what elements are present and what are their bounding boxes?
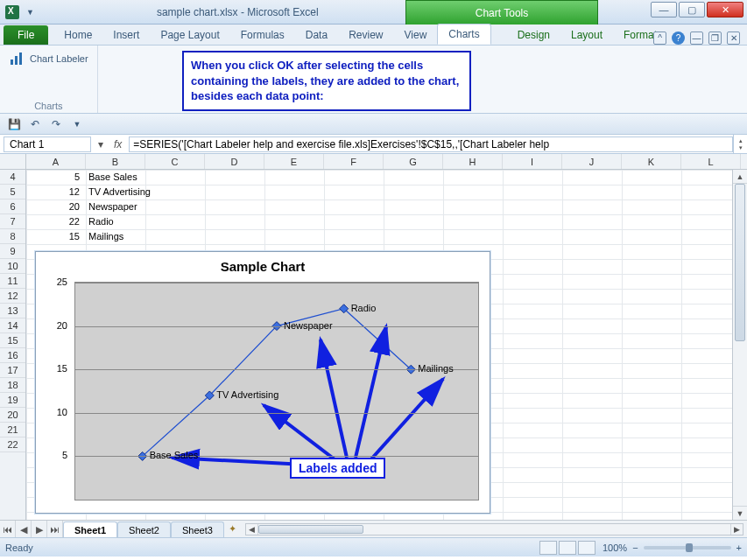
name-box-dropdown-icon[interactable]: ▾ (95, 138, 107, 150)
tab-design[interactable]: Design (507, 25, 560, 45)
qat-customize-icon[interactable]: ▼ (68, 116, 86, 132)
cell[interactable]: Mailings (86, 229, 126, 244)
undo-icon[interactable]: ↶ (26, 116, 44, 132)
zoom-slider[interactable] (644, 546, 731, 550)
zoom-slider-thumb[interactable] (686, 543, 693, 552)
tab-page-layout[interactable]: Page Layout (150, 25, 229, 45)
sheet-tab-3[interactable]: Sheet3 (171, 522, 224, 537)
redo-icon[interactable]: ↷ (47, 116, 65, 132)
row-header[interactable]: 4 (0, 170, 25, 185)
row-header[interactable]: 8 (0, 229, 25, 244)
tab-home[interactable]: Home (53, 25, 102, 45)
row-header[interactable]: 12 (0, 289, 25, 304)
row-headers[interactable]: 45678910111213141516171819202122 (0, 170, 26, 520)
zoom-level[interactable]: 100% (603, 542, 627, 553)
row-header[interactable]: 20 (0, 408, 25, 423)
row-header[interactable]: 13 (0, 304, 25, 318)
page-layout-view-icon[interactable] (559, 541, 576, 555)
embedded-chart[interactable]: Sample Chart 510152025 Labels added Base… (35, 251, 490, 514)
workbook-minimize-icon[interactable]: — (690, 32, 703, 45)
tab-review[interactable]: Review (338, 25, 393, 45)
cell[interactable]: 20 (26, 200, 82, 214)
file-tab[interactable]: File (4, 25, 48, 45)
col-header[interactable]: H (443, 154, 503, 169)
scroll-right-icon[interactable]: ▶ (730, 524, 743, 535)
cell[interactable]: 22 (26, 214, 82, 229)
col-header[interactable]: B (86, 154, 145, 169)
cell[interactable]: 12 (26, 185, 82, 200)
close-button[interactable]: ✕ (707, 2, 743, 18)
name-box[interactable]: Chart 1 (4, 136, 91, 152)
horizontal-scrollbar[interactable]: ◀ ▶ (245, 523, 743, 536)
tab-data[interactable]: Data (295, 25, 338, 45)
col-header[interactable]: I (503, 154, 562, 169)
row-header[interactable]: 7 (0, 214, 25, 229)
cell[interactable]: TV Advertising (86, 185, 153, 200)
fx-icon[interactable]: fx (107, 138, 129, 150)
sheet-nav-first-icon[interactable]: ⏮ (0, 521, 16, 537)
select-all-corner[interactable] (0, 154, 26, 169)
zoom-out-icon[interactable]: − (632, 542, 638, 553)
tab-formulas[interactable]: Formulas (230, 25, 295, 45)
row-header[interactable]: 19 (0, 393, 25, 408)
row-header[interactable]: 14 (0, 318, 25, 333)
row-header[interactable]: 18 (0, 378, 25, 393)
formula-bar-input[interactable]: =SERIES('[Chart Labeler help and exercis… (129, 136, 733, 152)
cell[interactable]: 5 (26, 170, 82, 185)
row-header[interactable]: 22 (0, 438, 25, 452)
vertical-scrollbar[interactable]: ▲ ▼ (732, 170, 747, 520)
chart-labeler-icon[interactable] (9, 49, 26, 66)
maximize-button[interactable]: ▢ (679, 2, 705, 18)
save-icon[interactable]: 💾 (5, 116, 23, 132)
sheet-tab-1[interactable]: Sheet1 (63, 522, 117, 537)
formula-bar-expand-icon[interactable]: ▴▾ (733, 135, 747, 154)
col-header[interactable]: G (384, 154, 443, 169)
workbook-restore-icon[interactable]: ❐ (708, 32, 722, 45)
tab-layout[interactable]: Layout (560, 25, 613, 45)
chart-labeler-button[interactable]: Chart Labeler (30, 53, 88, 64)
tab-charts[interactable]: Charts (437, 24, 490, 45)
workbook-close-icon[interactable]: ✕ (727, 32, 740, 45)
new-sheet-icon[interactable]: ✦ (224, 523, 242, 535)
hscroll-thumb[interactable] (258, 525, 363, 534)
scroll-thumb[interactable] (735, 184, 745, 341)
col-header[interactable]: K (622, 154, 681, 169)
cell[interactable]: Radio (86, 214, 116, 229)
tab-view[interactable]: View (394, 25, 438, 45)
minimize-button[interactable]: — (651, 2, 677, 18)
dropdown-icon[interactable]: ▼ (26, 8, 34, 17)
row-header[interactable]: 6 (0, 200, 25, 214)
sheet-nav-next-icon[interactable]: ▶ (32, 521, 47, 537)
cell[interactable]: Newspaper (86, 200, 140, 214)
col-header[interactable]: L (681, 154, 741, 169)
cell[interactable]: 15 (26, 229, 82, 244)
sheet-nav-prev-icon[interactable]: ◀ (16, 521, 32, 537)
row-header[interactable]: 11 (0, 274, 25, 289)
row-header[interactable]: 10 (0, 259, 25, 274)
page-break-view-icon[interactable] (578, 541, 595, 555)
col-header[interactable]: D (205, 154, 264, 169)
sheet-nav-last-icon[interactable]: ⏭ (47, 521, 63, 537)
worksheet-grid[interactable]: 5Base Sales12TV Advertising20Newspaper22… (26, 170, 732, 520)
sheet-tab-2[interactable]: Sheet2 (117, 522, 171, 537)
scroll-left-icon[interactable]: ◀ (246, 524, 258, 535)
zoom-in-icon[interactable]: + (736, 542, 742, 553)
col-header[interactable]: J (562, 154, 622, 169)
col-header[interactable]: E (264, 154, 324, 169)
row-header[interactable]: 16 (0, 348, 25, 363)
help-icon[interactable]: ? (672, 32, 685, 45)
scroll-down-icon[interactable]: ▼ (733, 506, 747, 520)
row-header[interactable]: 15 (0, 333, 25, 348)
minimize-ribbon-icon[interactable]: ^ (653, 32, 666, 45)
tab-insert[interactable]: Insert (102, 25, 150, 45)
col-header[interactable]: F (324, 154, 384, 169)
scroll-up-icon[interactable]: ▲ (733, 170, 747, 184)
normal-view-icon[interactable] (539, 541, 557, 555)
row-header[interactable]: 5 (0, 185, 25, 200)
row-header[interactable]: 17 (0, 363, 25, 378)
col-header[interactable]: A (26, 154, 86, 169)
col-header[interactable]: C (145, 154, 205, 169)
row-header[interactable]: 21 (0, 423, 25, 438)
row-header[interactable]: 9 (0, 244, 25, 259)
cell[interactable]: Base Sales (86, 170, 140, 185)
